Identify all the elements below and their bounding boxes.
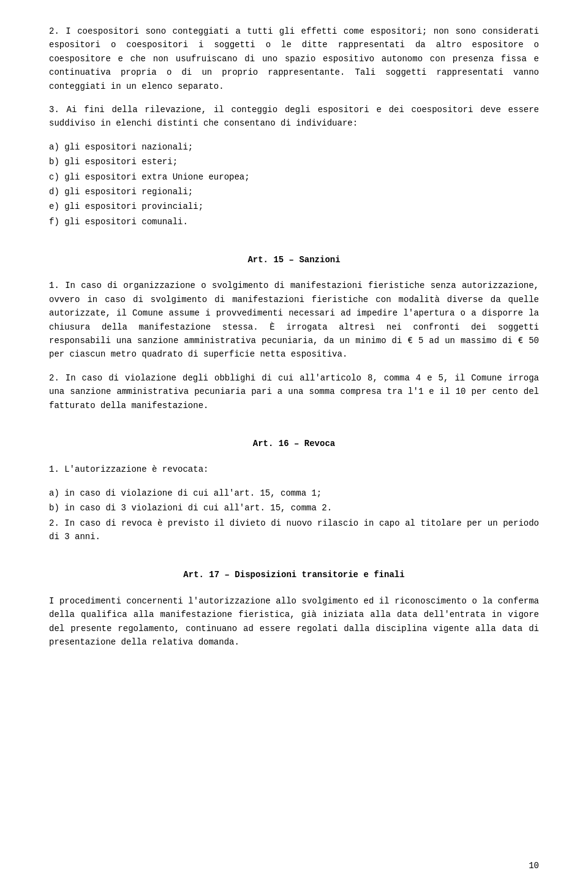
article-16-p4: 2. In caso di revoca è previsto il divie… <box>49 516 539 544</box>
page-number: 10 <box>529 861 539 871</box>
list-block: a) gli espositori nazionali; b) gli espo… <box>49 140 539 229</box>
article-16-heading: Art. 16 – Revoca <box>49 437 539 450</box>
list-item-b: b) gli espositori esteri; <box>49 155 539 168</box>
article-16-p2: a) in caso di violazione di cui all'art.… <box>49 486 539 500</box>
list-item-e: e) gli espositori provinciali; <box>49 200 539 213</box>
article-15: Art. 15 – Sanzioni 1. In caso di organiz… <box>49 253 539 412</box>
article-17-heading: Art. 17 – Disposizioni transitorie e fin… <box>49 568 539 581</box>
paragraph-2: 2. I coespositori sono conteggiati a tut… <box>49 25 539 93</box>
list-item-f: f) gli espositori comunali. <box>49 215 539 229</box>
article-16-p1: 1. L'autorizzazione è revocata: <box>49 463 539 476</box>
paragraph-3-intro: 3. Ai fini della rilevazione, il contegg… <box>49 103 539 131</box>
article-16-p3: b) in caso di 3 violazioni di cui all'ar… <box>49 501 539 515</box>
article-17-p1: I procedimenti concernenti l'autorizzazi… <box>49 594 539 649</box>
list-item-a: a) gli espositori nazionali; <box>49 140 539 154</box>
article-17: Art. 17 – Disposizioni transitorie e fin… <box>49 568 539 649</box>
document-body: 2. I coespositori sono conteggiati a tut… <box>49 25 539 649</box>
article-15-heading: Art. 15 – Sanzioni <box>49 253 539 267</box>
article-15-p1: 1. In caso di organizzazione o svolgimen… <box>49 279 539 361</box>
page-container: 2. I coespositori sono conteggiati a tut… <box>0 0 588 889</box>
list-item-c: c) gli espositori extra Unione europea; <box>49 170 539 184</box>
article-15-p2: 2. In caso di violazione degli obblighi … <box>49 371 539 412</box>
article-16: Art. 16 – Revoca 1. L'autorizzazione è r… <box>49 437 539 543</box>
list-item-d: d) gli espositori regionali; <box>49 185 539 199</box>
